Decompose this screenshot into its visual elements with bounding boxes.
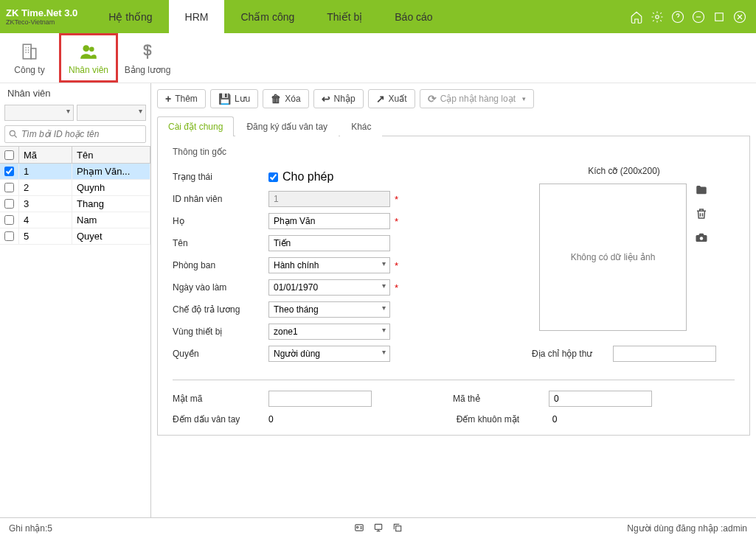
top-icons: [629, 0, 756, 33]
card-field[interactable]: [549, 391, 652, 407]
delete-button[interactable]: 🗑Xóa: [263, 89, 308, 108]
import-button[interactable]: ↩Nhập: [313, 89, 364, 108]
row-ten: Nam: [72, 212, 150, 228]
col-ma-header[interactable]: Mã: [19, 147, 72, 163]
menu-tab-report[interactable]: Báo cáo: [378, 0, 448, 33]
row-ten: Quyet: [72, 228, 150, 244]
row-ma: 1: [19, 164, 72, 179]
close-icon[interactable]: [732, 10, 747, 24]
row-checkbox[interactable]: [4, 199, 14, 209]
table-row[interactable]: 2 Quynh: [0, 180, 150, 196]
svg-rect-6: [31, 48, 35, 58]
col-ten-header[interactable]: Tên: [72, 147, 150, 163]
lastname-field[interactable]: [268, 213, 390, 229]
svg-rect-5: [23, 44, 31, 59]
search-box[interactable]: [4, 125, 146, 143]
copy-icon[interactable]: [391, 523, 404, 534]
main-area: Nhân viên Mã Tên 1 Phạm Văn... 2 Quynh: [0, 83, 756, 517]
photo-box: Không có dữ liệu ảnh: [539, 184, 687, 331]
camera-icon[interactable]: [694, 231, 709, 244]
row-checkbox[interactable]: [4, 231, 14, 241]
status-center-icons: [353, 523, 404, 534]
divider: [173, 380, 735, 380]
help-icon[interactable]: [670, 10, 685, 24]
export-button[interactable]: ↗Xuất: [368, 89, 415, 108]
save-button[interactable]: 💾Lưu: [210, 89, 258, 108]
ribbon-payroll[interactable]: Bảng lương: [118, 33, 177, 83]
svg-rect-3: [715, 13, 724, 21]
table-row[interactable]: 1 Phạm Văn...: [0, 164, 150, 180]
password-field[interactable]: [268, 391, 372, 407]
ribbon-employee[interactable]: Nhân viên: [59, 33, 118, 83]
hiredate-field[interactable]: [268, 279, 390, 296]
folder-icon[interactable]: [694, 184, 709, 197]
sub-tabs: Cài đặt chung Đăng ký dấu vân tay Khác: [157, 116, 750, 136]
status-checkbox[interactable]: Cho phép: [268, 170, 333, 184]
zone-select[interactable]: [268, 324, 390, 340]
import-icon: ↩: [322, 93, 330, 105]
menu-tab-hrm[interactable]: HRM: [169, 0, 225, 33]
row-ten: Quynh: [72, 180, 150, 195]
tab-general[interactable]: Cài đặt chung: [157, 116, 234, 136]
home-icon[interactable]: [629, 10, 644, 24]
privilege-label: Quyền: [173, 349, 268, 359]
maximize-icon[interactable]: [712, 10, 726, 24]
lastname-label: Họ: [173, 216, 268, 226]
ribbon: Công ty Nhân viên Bảng lương: [0, 33, 756, 83]
department-select[interactable]: [268, 257, 390, 273]
required-marker: *: [395, 216, 398, 227]
dollar-icon: [137, 41, 158, 62]
table-row[interactable]: 4 Nam: [0, 212, 150, 228]
minimize-icon[interactable]: [691, 10, 706, 24]
menu-tab-attendance[interactable]: Chấm công: [224, 0, 311, 33]
row-ma: 3: [19, 196, 72, 212]
toolbar: +Thêm 💾Lưu 🗑Xóa ↩Nhập ↗Xuất ⟳Cập nhật hà…: [157, 86, 750, 111]
ribbon-company-label: Công ty: [14, 65, 44, 75]
photo-header: Kích cỡ (200x200): [588, 166, 660, 176]
svg-point-9: [10, 130, 15, 136]
plus-icon: +: [165, 93, 171, 105]
add-button[interactable]: +Thêm: [157, 89, 206, 108]
filter-row: [0, 103, 150, 122]
svg-point-0: [656, 15, 659, 18]
gear-icon[interactable]: [650, 10, 665, 24]
status-left: Ghi nhận:5: [9, 523, 52, 534]
privilege-select[interactable]: [268, 346, 390, 362]
card-label: Mã thẻ: [453, 394, 549, 404]
col-check-header[interactable]: [0, 147, 19, 163]
card-icon[interactable]: [353, 523, 366, 534]
firstname-field[interactable]: [268, 235, 390, 251]
tab-fingerprint[interactable]: Đăng ký dấu vân tay: [235, 116, 339, 136]
menu-tab-device[interactable]: Thiết bị: [311, 0, 378, 33]
statusbar: Ghi nhận:5 Người dùng đăng nhập :admin: [0, 517, 756, 538]
svg-point-7: [83, 45, 89, 52]
filter-dropdown-1[interactable]: [4, 105, 74, 121]
fp-count-value: 0: [268, 414, 274, 425]
row-checkbox[interactable]: [4, 183, 14, 192]
people-icon: [78, 41, 99, 62]
tab-other[interactable]: Khác: [340, 116, 382, 136]
fp-count-label: Đếm dấu vân tay: [173, 414, 268, 425]
mail-field[interactable]: [613, 346, 716, 362]
device-icon[interactable]: [372, 523, 385, 534]
fieldset-title: Thông tin gốc: [173, 147, 735, 157]
ribbon-company[interactable]: Công ty: [0, 33, 59, 83]
svg-point-8: [89, 46, 94, 52]
table-row[interactable]: 3 Thang: [0, 196, 150, 212]
svg-rect-14: [395, 525, 400, 531]
menu-tab-system[interactable]: Hệ thống: [92, 0, 168, 33]
search-input[interactable]: [18, 129, 142, 139]
table-row[interactable]: 5 Quyet: [0, 228, 150, 245]
photo-panel: Kích cỡ (200x200) Không có dữ liệu ảnh Đ…: [513, 166, 735, 365]
paytype-select[interactable]: [268, 301, 390, 318]
delete-photo-icon[interactable]: [694, 207, 709, 220]
save-icon: 💾: [218, 93, 231, 105]
firstname-label: Tên: [173, 238, 268, 248]
batch-update-button[interactable]: ⟳Cập nhật hàng loạt: [420, 89, 534, 108]
filter-dropdown-2[interactable]: [77, 105, 146, 121]
top-menu: ZK Time.Net 3.0 ZKTeco-Vietnam Hệ thống …: [0, 0, 756, 33]
row-checkbox[interactable]: [4, 215, 14, 225]
refresh-icon: ⟳: [428, 93, 437, 105]
row-checkbox[interactable]: [4, 167, 14, 176]
svg-rect-13: [375, 524, 381, 529]
